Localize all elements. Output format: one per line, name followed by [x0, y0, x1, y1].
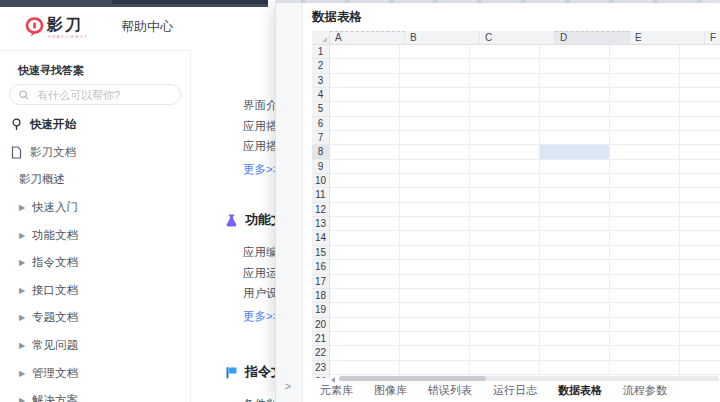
sheet-cell[interactable] [400, 102, 470, 116]
sheet-cell[interactable] [400, 117, 470, 131]
sheet-cell[interactable] [610, 102, 680, 116]
sheet-cell[interactable] [610, 332, 680, 346]
sheet-cell[interactable] [540, 74, 610, 88]
tab-1[interactable]: 元素库 [320, 383, 353, 398]
sheet-cell[interactable] [330, 203, 400, 217]
sheet-cell[interactable] [470, 246, 540, 260]
row-header[interactable]: 13 [312, 217, 330, 231]
logo-wordmark[interactable]: 影刀 [47, 15, 83, 36]
row-header[interactable]: 17 [312, 275, 330, 289]
sheet-cell[interactable] [470, 174, 540, 188]
sheet-cell[interactable] [680, 59, 720, 73]
shadowbot-logo-icon[interactable] [25, 17, 44, 38]
sheet-cell[interactable] [610, 203, 680, 217]
sheet-cell[interactable] [610, 88, 680, 102]
sheet-cell[interactable] [680, 303, 720, 317]
row-header[interactable]: 5 [312, 102, 330, 116]
sheet-cell[interactable] [540, 160, 610, 174]
column-header-E[interactable]: E [630, 31, 705, 45]
sheet-cell[interactable] [540, 217, 610, 231]
sheet-cell[interactable] [400, 260, 470, 274]
sheet-cell[interactable] [330, 131, 400, 145]
tab-4[interactable]: 运行日志 [493, 383, 537, 398]
tab-6[interactable]: 流程参数 [623, 383, 667, 398]
sheet-cell[interactable] [400, 231, 470, 245]
doc-link[interactable]: 界面介绍 [191, 95, 275, 116]
sheet-cell[interactable] [540, 318, 610, 332]
sheet-cell[interactable] [330, 188, 400, 202]
sheet-cell[interactable] [540, 260, 610, 274]
sheet-cell[interactable] [470, 332, 540, 346]
sheet-cell[interactable] [470, 217, 540, 231]
sheet-cell[interactable] [400, 45, 470, 59]
sheet-cell[interactable] [540, 231, 610, 245]
sheet-cell[interactable] [330, 117, 400, 131]
row-header[interactable]: 18 [312, 289, 330, 303]
sheet-cell[interactable] [610, 231, 680, 245]
sheet-cell[interactable] [400, 203, 470, 217]
column-header-F[interactable]: F [705, 31, 720, 45]
row-header[interactable]: 2 [312, 59, 330, 73]
sheet-cell[interactable] [680, 361, 720, 375]
expand-panel-button[interactable]: > [280, 378, 296, 394]
row-header[interactable]: 21 [312, 332, 330, 346]
sheet-cell[interactable] [470, 289, 540, 303]
sheet-cell[interactable] [330, 174, 400, 188]
sidebar-item[interactable]: ▶解决方案 [0, 387, 190, 402]
sheet-cell[interactable] [400, 303, 470, 317]
sheet-cell[interactable] [540, 174, 610, 188]
sheet-cell[interactable] [400, 131, 470, 145]
sheet-cell[interactable] [400, 160, 470, 174]
sheet-cell[interactable] [610, 74, 680, 88]
sheet-cell[interactable] [330, 361, 400, 375]
sidebar-item[interactable]: ▶常见问题 [0, 332, 190, 360]
sheet-cell[interactable] [330, 346, 400, 360]
sheet-cell[interactable] [330, 231, 400, 245]
sheet-cell[interactable] [610, 346, 680, 360]
doc-link[interactable]: 应用搭建 [191, 116, 275, 137]
sheet-cell[interactable] [330, 275, 400, 289]
sheet-cell[interactable] [680, 188, 720, 202]
sidebar-item[interactable]: ▶管理文档 [0, 359, 190, 387]
doc-link[interactable]: 条件判断 [191, 394, 275, 402]
sheet-cell[interactable] [540, 246, 610, 260]
sheet-cell[interactable] [680, 260, 720, 274]
sheet-cell[interactable] [680, 217, 720, 231]
row-header[interactable]: 11 [312, 188, 330, 202]
sheet-cell[interactable] [400, 74, 470, 88]
select-all-corner[interactable] [312, 31, 330, 45]
sheet-cell[interactable] [610, 131, 680, 145]
sheet-cell[interactable] [470, 203, 540, 217]
sheet-cell[interactable] [330, 45, 400, 59]
sidebar-item[interactable]: 影刀概述 [0, 166, 190, 194]
row-header[interactable]: 14 [312, 231, 330, 245]
sheet-cell[interactable] [680, 346, 720, 360]
search-box[interactable] [9, 84, 181, 105]
sheet-cell[interactable] [470, 45, 540, 59]
sheet-cell[interactable] [470, 318, 540, 332]
sheet-cell[interactable] [400, 217, 470, 231]
sheet-cell[interactable] [680, 174, 720, 188]
row-header[interactable]: 7 [312, 131, 330, 145]
sheet-cell[interactable] [610, 318, 680, 332]
sheet-cell[interactable] [610, 160, 680, 174]
sheet-cell[interactable] [400, 289, 470, 303]
sheet-cell[interactable] [470, 188, 540, 202]
row-header[interactable]: 12 [312, 203, 330, 217]
sheet-cell[interactable] [540, 102, 610, 116]
sheet-cell[interactable] [610, 174, 680, 188]
sheet-cell[interactable] [610, 275, 680, 289]
sheet-cell[interactable] [470, 361, 540, 375]
sheet-cell[interactable] [470, 160, 540, 174]
sheet-cell[interactable] [680, 318, 720, 332]
sheet-cell[interactable] [470, 74, 540, 88]
row-header[interactable]: 4 [312, 88, 330, 102]
doc-link[interactable]: 应用运行 [191, 263, 275, 284]
sheet-cell[interactable] [470, 131, 540, 145]
sheet-cell[interactable] [540, 275, 610, 289]
tab-3[interactable]: 错误列表 [428, 383, 472, 398]
sheet-cell[interactable] [330, 260, 400, 274]
sheet-cell[interactable] [470, 145, 540, 159]
sheet-cell[interactable] [540, 361, 610, 375]
row-header[interactable]: 1 [312, 45, 330, 59]
